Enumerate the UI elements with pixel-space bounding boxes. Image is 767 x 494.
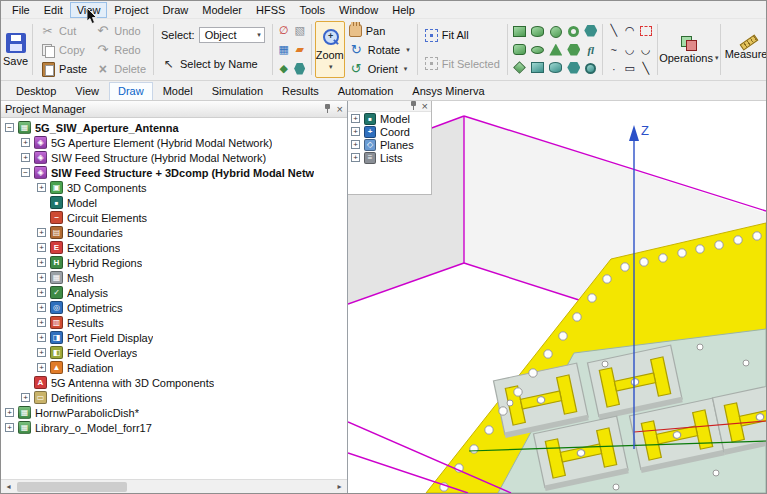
draw-cone-icon[interactable]	[549, 44, 562, 56]
tree-expander[interactable]: +	[37, 273, 46, 282]
tree-item[interactable]: + Optimetrics	[1, 300, 347, 315]
operations-button[interactable]: Operations ▾	[661, 21, 717, 78]
draw-point-icon[interactable]: ·	[606, 61, 622, 77]
menu-item[interactable]: Project	[107, 2, 155, 18]
pin-icon[interactable]	[323, 104, 332, 114]
orient-button[interactable]: Orient ▾	[345, 60, 414, 78]
tree-item[interactable]: − 5G_SIW_Aperture_Antenna	[1, 120, 347, 135]
tree-expander[interactable]: +	[37, 333, 46, 342]
tree-item[interactable]: + Excitations	[1, 240, 347, 255]
draw-region-icon[interactable]	[638, 23, 654, 39]
modeler-tree-item[interactable]: + Model	[348, 112, 431, 125]
tree-expander[interactable]: +	[21, 393, 30, 402]
draw-rectangle-icon[interactable]	[531, 62, 544, 73]
scrollbar-track[interactable]	[16, 480, 332, 493]
tree-expander[interactable]: +	[37, 243, 46, 252]
menu-item[interactable]: Tools	[292, 2, 332, 18]
save-button[interactable]: Save	[2, 21, 29, 78]
tree-expander[interactable]: +	[37, 348, 46, 357]
select-mode-dropdown[interactable]: Object ▾	[199, 27, 265, 43]
tree-expander[interactable]: +	[37, 228, 46, 237]
ribbon-tab[interactable]: Ansys Minerva	[403, 83, 493, 99]
draw-regular-polyhedron-icon[interactable]	[513, 44, 526, 55]
paste-button[interactable]: Paste	[36, 60, 91, 78]
menu-item[interactable]: HFSS	[249, 2, 292, 18]
tree-item[interactable]: + Mesh	[1, 270, 347, 285]
tree-item[interactable]: Circuit Elements	[1, 210, 347, 225]
tree-item[interactable]: Model	[1, 195, 347, 210]
menu-item[interactable]: Edit	[37, 2, 70, 18]
tree-item[interactable]: + 5G Aperture Element (Hybrid Modal Netw…	[1, 135, 347, 150]
draw-3pt-arc-icon[interactable]: ◡	[622, 42, 638, 58]
draw-polyline-icon[interactable]: ╲	[638, 61, 654, 77]
pan-button[interactable]: Pan	[345, 22, 414, 40]
toolbar-extra-icon[interactable]: ▰	[292, 42, 308, 58]
tree-expander[interactable]: +	[351, 153, 360, 162]
draw-spline-icon[interactable]: ~	[606, 42, 622, 58]
scroll-right-button[interactable]: ▸	[332, 480, 347, 493]
tree-expander[interactable]: +	[351, 114, 360, 123]
draw-hexagon-icon[interactable]	[583, 23, 599, 39]
tree-expander[interactable]: −	[21, 168, 30, 177]
ribbon-tab[interactable]: Automation	[329, 83, 403, 99]
tree-item[interactable]: + Hybrid Regions	[1, 255, 347, 270]
tree-expander[interactable]: −	[5, 123, 14, 132]
measure-button[interactable]: Measure ▾	[724, 21, 767, 78]
tree-expander[interactable]: +	[37, 318, 46, 327]
tree-item[interactable]: + Analysis	[1, 285, 347, 300]
ribbon-tab[interactable]: Simulation	[203, 83, 272, 99]
tree-item[interactable]: + Field Overlays	[1, 345, 347, 360]
ribbon-tab[interactable]: Desktop	[7, 83, 65, 99]
close-icon[interactable]	[422, 101, 428, 112]
tree-item[interactable]: + 3D Components	[1, 180, 347, 195]
tree-item[interactable]: 5G Antenna with 3D Components	[1, 375, 347, 390]
modeler-tree-item[interactable]: + Coord	[348, 125, 431, 138]
undo-button[interactable]: Undo	[91, 22, 150, 40]
modeler-tree-item[interactable]: + Planes	[348, 138, 431, 151]
tree-item[interactable]: + HornwParabolicDish*	[1, 405, 347, 420]
menu-item[interactable]: File	[5, 2, 37, 18]
tree-expander[interactable]: +	[351, 127, 360, 136]
modeler-viewport[interactable]: Z + Model	[348, 101, 766, 493]
draw-torus-icon[interactable]	[568, 26, 579, 37]
modeler-tree-item[interactable]: + Lists	[348, 151, 431, 164]
scrollbar-thumb[interactable]	[17, 482, 127, 492]
tree-expander[interactable]: +	[37, 183, 46, 192]
toolbar-extra-icon[interactable]: ∅	[276, 23, 292, 39]
horizontal-scrollbar[interactable]: ◂ ▸	[1, 479, 347, 493]
toolbar-extra-icon[interactable]: ▦	[276, 42, 292, 58]
tree-item[interactable]: + Port Field Display	[1, 330, 347, 345]
draw-equation-curve-icon[interactable]: fl	[583, 42, 599, 58]
draw-circle-icon[interactable]	[549, 62, 562, 73]
menu-item[interactable]: Help	[385, 2, 422, 18]
tree-expander[interactable]: +	[21, 153, 30, 162]
tree-item[interactable]: + Definitions	[1, 390, 347, 405]
tree-item[interactable]: + Results	[1, 315, 347, 330]
tree-expander[interactable]: +	[5, 408, 14, 417]
ribbon-tab[interactable]: Results	[273, 83, 328, 99]
menu-item[interactable]: View	[70, 2, 108, 18]
draw-ellipsoid-icon[interactable]	[531, 46, 544, 54]
toolbar-extra-icon[interactable]: ▧	[292, 23, 308, 39]
tree-item[interactable]: + Radiation	[1, 360, 347, 375]
tree-item[interactable]: + Boundaries	[1, 225, 347, 240]
draw-arc-icon[interactable]: ◠	[622, 23, 638, 39]
draw-helix-icon[interactable]	[513, 61, 526, 74]
ribbon-tab[interactable]: View	[66, 83, 108, 99]
ribbon-tab[interactable]: Model	[154, 83, 202, 99]
draw-prism-icon[interactable]	[567, 44, 580, 56]
draw-box-icon[interactable]	[513, 26, 526, 37]
draw-line-icon[interactable]: ╲	[606, 23, 622, 39]
menu-item[interactable]: Window	[332, 2, 385, 18]
tree-expander[interactable]: +	[37, 363, 46, 372]
tree-expander[interactable]: +	[21, 138, 30, 147]
draw-sweep-icon[interactable]: ◡	[638, 42, 654, 58]
tree-expander[interactable]: +	[37, 288, 46, 297]
ribbon-tab[interactable]: Draw	[109, 82, 153, 100]
cut-button[interactable]: Cut	[36, 22, 91, 40]
tree-item[interactable]: − SIW Feed Structure + 3Dcomp (Hybrid Mo…	[1, 165, 347, 180]
tree-expander[interactable]: +	[351, 140, 360, 149]
draw-plane-icon[interactable]: ▭	[622, 61, 638, 77]
close-icon[interactable]	[337, 103, 343, 115]
delete-button[interactable]: Delete	[91, 60, 150, 78]
